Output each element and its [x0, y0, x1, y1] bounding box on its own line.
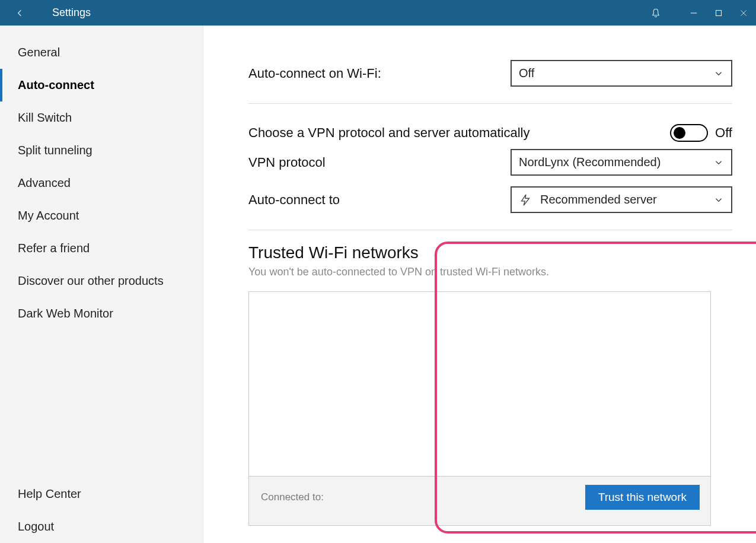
divider — [248, 230, 732, 230]
back-button[interactable] — [13, 6, 27, 20]
setting-connect-to-label: Auto-connect to — [248, 192, 340, 208]
window-title: Settings — [52, 7, 91, 19]
setting-protocol-select[interactable]: NordLynx (Recommended) — [511, 149, 732, 176]
sidebar-item-general[interactable]: General — [0, 36, 203, 69]
trusted-wifi-subtitle: You won't be auto-connected to VPN on tr… — [248, 266, 732, 278]
trust-network-button[interactable]: Trust this network — [585, 485, 700, 510]
sidebar-item-split-tunneling[interactable]: Split tunneling — [0, 134, 203, 167]
arrow-left-icon — [15, 8, 25, 18]
setting-auto-connect-wifi-value: Off — [519, 66, 534, 80]
maximize-icon — [713, 8, 724, 18]
sidebar-item-auto-connect[interactable]: Auto-connect — [0, 69, 203, 101]
sidebar-item-discover-products[interactable]: Discover our other products — [0, 265, 203, 297]
sidebar: General Auto-connect Kill Switch Split t… — [0, 26, 203, 543]
setting-always-on-launch-row: Always when the app launches Off — [248, 26, 732, 31]
svg-rect-0 — [716, 10, 722, 15]
sidebar-item-help-center[interactable]: Help Center — [0, 478, 203, 510]
setting-choose-auto-toggle[interactable] — [670, 124, 708, 142]
sidebar-item-logout[interactable]: Logout — [0, 510, 203, 543]
minimize-button[interactable] — [681, 0, 706, 26]
trusted-wifi-footer: Connected to: Trust this network — [248, 477, 711, 526]
close-icon — [738, 8, 749, 18]
trusted-wifi-title: Trusted Wi-Fi networks — [248, 243, 732, 262]
maximize-button[interactable] — [706, 0, 731, 26]
minimize-icon — [688, 8, 699, 18]
setting-choose-auto-row: Choose a VPN protocol and server automat… — [248, 117, 732, 149]
sidebar-item-advanced[interactable]: Advanced — [0, 167, 203, 199]
setting-auto-connect-wifi-row: Auto-connect on Wi-Fi: Off — [248, 56, 732, 90]
setting-auto-connect-wifi-label: Auto-connect on Wi-Fi: — [248, 66, 381, 81]
titlebar-controls — [643, 0, 756, 26]
sidebar-item-refer-friend[interactable]: Refer a friend — [0, 232, 203, 265]
setting-connect-to-row: Auto-connect to Recommended server — [248, 183, 732, 217]
trusted-wifi-list — [248, 291, 711, 477]
setting-auto-connect-wifi-select[interactable]: Off — [511, 60, 732, 87]
sidebar-item-dark-web-monitor[interactable]: Dark Web Monitor — [0, 297, 203, 330]
setting-choose-auto-label: Choose a VPN protocol and server automat… — [248, 125, 529, 141]
chevron-down-icon — [713, 195, 724, 205]
titlebar: Settings — [0, 0, 756, 26]
setting-connect-to-value: Recommended server — [540, 193, 657, 207]
trusted-wifi-section: Trusted Wi-Fi networks You won't be auto… — [248, 243, 732, 526]
chevron-down-icon — [713, 68, 724, 79]
bell-icon — [650, 8, 661, 18]
setting-protocol-value: NordLynx (Recommended) — [519, 155, 661, 169]
setting-protocol-label: VPN protocol — [248, 155, 326, 170]
setting-choose-auto-state: Off — [715, 125, 732, 141]
divider — [248, 103, 732, 104]
sidebar-item-kill-switch[interactable]: Kill Switch — [0, 101, 203, 134]
chevron-down-icon — [713, 157, 724, 168]
sidebar-item-my-account[interactable]: My Account — [0, 199, 203, 232]
connected-to-label: Connected to: — [261, 491, 324, 503]
setting-protocol-row: VPN protocol NordLynx (Recommended) — [248, 145, 732, 179]
notifications-button[interactable] — [643, 0, 668, 26]
close-button[interactable] — [731, 0, 756, 26]
lightning-icon — [519, 193, 532, 207]
connected-to-block: Connected to: — [261, 491, 324, 503]
setting-connect-to-select[interactable]: Recommended server — [511, 186, 732, 213]
main-panel: Always when the app launches Off Auto-co… — [203, 26, 756, 543]
